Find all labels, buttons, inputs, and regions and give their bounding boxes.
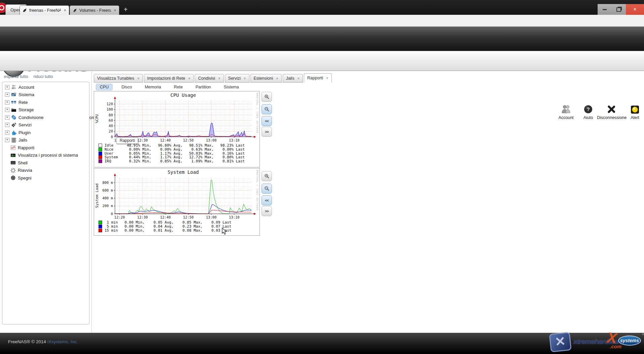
collapse-all-link[interactable]: riduci tutto <box>34 74 53 79</box>
expand-plus-icon[interactable]: + <box>5 123 9 127</box>
doc-tab-label: Jails <box>286 76 294 81</box>
svg-text:13:10: 13:10 <box>229 215 240 219</box>
tree-item-rapporti[interactable]: Rapporti <box>2 144 89 152</box>
main-toolbar: Sistema Rete Storage Condivisione Serviz… <box>0 51 644 71</box>
load-chart-controls: << >> <box>261 171 272 218</box>
tree-item-condivisione[interactable]: + Condivisione <box>2 114 89 121</box>
svg-text:12:20: 12:20 <box>114 215 125 219</box>
legend-row: User 0.05% Min, 1.17% Avg, 50.03% Max, 0… <box>98 151 259 155</box>
tab-close-icon[interactable]: × <box>326 76 328 80</box>
doc-tab-jails[interactable]: Jails× <box>283 74 303 83</box>
expand-all-link[interactable]: espandi tutto <box>4 74 28 79</box>
tree-item-rete[interactable]: + Rete <box>2 99 89 106</box>
tab-close-icon[interactable]: × <box>114 8 116 13</box>
registered-mark: ® <box>642 333 644 336</box>
svg-text:100: 100 <box>107 107 113 111</box>
tree-item-sistema[interactable]: + Sistema <box>2 91 89 99</box>
subtab-disco[interactable]: Disco <box>117 84 136 90</box>
svg-text:40: 40 <box>109 124 113 128</box>
expand-plus-icon[interactable]: + <box>5 138 9 142</box>
scroll-forward-button[interactable]: >> <box>261 206 272 216</box>
tree-item-spegni[interactable]: Spegni <box>2 174 89 182</box>
svg-text:13:00: 13:00 <box>206 215 217 219</box>
tab-close-icon[interactable]: × <box>218 76 220 80</box>
toolbar-label: Account <box>554 115 578 120</box>
processes-icon <box>10 153 16 158</box>
svg-text:13:00: 13:00 <box>206 138 217 142</box>
tree-item-plugin[interactable]: + Plugin <box>2 129 89 136</box>
legend-swatch <box>98 148 102 151</box>
tab-close-icon[interactable]: × <box>137 76 139 80</box>
svg-text:12:40: 12:40 <box>160 138 171 142</box>
jails-icon <box>11 137 16 143</box>
spacer <box>5 176 9 180</box>
doc-tab-rapporti[interactable]: Rapporti× <box>304 73 332 83</box>
toolbar-item-account[interactable]: Account <box>554 104 578 120</box>
doc-tab-servizi[interactable]: Servizi× <box>225 74 249 83</box>
navigation-tree: + Account + Sistema + Rete + Storage + C… <box>2 82 89 324</box>
tree-item-label: Plugin <box>18 130 31 135</box>
tab-close-icon[interactable]: × <box>188 76 190 80</box>
expand-plus-icon[interactable]: + <box>5 92 9 97</box>
new-tab-button[interactable]: + <box>124 6 128 13</box>
doc-tab-condivisi[interactable]: Condivisi× <box>195 74 224 83</box>
legend-swatch <box>98 225 102 228</box>
tree-item-shell[interactable]: </> Shell <box>2 159 89 167</box>
zoom-in-button[interactable] <box>261 171 272 181</box>
scroll-forward-button[interactable]: >> <box>261 127 272 137</box>
browser-tab-freenas[interactable]: freenas - FreeNAS-9.2.1.5- × <box>19 5 69 15</box>
browser-tab-volumes[interactable]: Volumes - Freenas × <box>70 5 119 15</box>
tree-item-servizi[interactable]: + Servizi <box>2 121 89 129</box>
document-tab-bar: Visualizza Tunables× Impostazioni di Ret… <box>94 73 333 83</box>
browser-tab-title: freenas - FreeNAS-9.2.1.5- <box>29 8 61 13</box>
tab-close-icon[interactable]: × <box>64 8 66 13</box>
window-restore-button[interactable] <box>612 4 626 15</box>
tree-item-account[interactable]: + Account <box>2 83 89 91</box>
rrdtool-watermark: RRDTOOL / TOBI OETIKER <box>256 170 259 210</box>
scroll-back-button[interactable]: << <box>261 195 272 205</box>
expand-plus-icon[interactable]: + <box>5 100 9 105</box>
expand-plus-icon[interactable]: + <box>5 130 9 135</box>
zoom-out-button[interactable] <box>261 184 272 194</box>
services-icon <box>11 122 16 128</box>
expand-plus-icon[interactable]: + <box>5 108 9 112</box>
tree-item-riavvia[interactable]: Riavvia <box>2 167 89 174</box>
doc-tab-impostazioni-di-rete[interactable]: Impostazioni di Rete× <box>144 74 194 83</box>
tree-item-label: Jails <box>18 137 27 143</box>
subtab-rete[interactable]: Rete <box>170 84 187 90</box>
svg-text:13:10: 13:10 <box>229 138 240 142</box>
doc-tab-estensioni[interactable]: Estensioni× <box>250 74 282 83</box>
toolbar-item-alert[interactable]: Alert <box>627 104 643 120</box>
zoom-out-button[interactable] <box>261 104 272 114</box>
tree-item-label: Visualizza i processi di sistema <box>18 153 78 158</box>
subtab-cpu[interactable]: CPU <box>96 84 113 90</box>
tree-item-storage[interactable]: + Storage <box>2 106 89 114</box>
tree-item-jails[interactable]: + Jails <box>2 136 89 144</box>
legend-swatch <box>98 155 102 159</box>
ixsystems-link[interactable]: iXsystems, Inc. <box>47 339 78 344</box>
doc-tab-visualizza-tunables[interactable]: Visualizza Tunables× <box>94 74 143 83</box>
scroll-back-button[interactable]: << <box>261 116 272 126</box>
svg-text:800 m: 800 m <box>102 181 113 185</box>
subtab-sistema[interactable]: Sistema <box>220 84 243 90</box>
legend-swatch <box>98 229 102 232</box>
window-minimize-button[interactable] <box>598 4 612 15</box>
toolbar-item-disconnessione[interactable]: Disconnessione <box>597 104 626 120</box>
zoom-in-button[interactable] <box>261 92 272 102</box>
rrdtool-watermark: RRDTOOL / TOBI OETIKER <box>256 93 259 133</box>
sidebar-splitter[interactable] <box>91 71 92 333</box>
tab-close-icon[interactable]: × <box>244 76 246 80</box>
tab-close-icon[interactable]: × <box>276 76 278 80</box>
subtab-partition[interactable]: Partition <box>192 84 215 90</box>
freenas-header: FreeNAS® <box>0 27 644 51</box>
window-close-button[interactable]: × <box>626 4 644 15</box>
doc-tab-label: Impostazioni di Rete <box>147 76 185 81</box>
svg-text:20: 20 <box>109 129 113 133</box>
tab-close-icon[interactable]: × <box>297 76 299 80</box>
subtab-memoria[interactable]: Memoria <box>141 84 165 90</box>
tree-item-processi[interactable]: Visualizza i processi di sistema <box>2 152 89 159</box>
svg-text:System Load: System Load <box>168 169 199 175</box>
expand-plus-icon[interactable]: + <box>5 85 9 89</box>
expand-plus-icon[interactable]: + <box>5 115 9 120</box>
doc-tab-label: Rapporti <box>307 76 323 80</box>
